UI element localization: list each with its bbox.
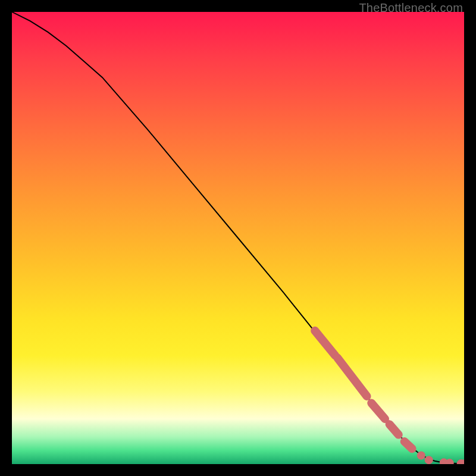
data-marker xyxy=(425,456,433,464)
chart-frame: TheBottleneck.com xyxy=(0,0,476,476)
highlight-segment xyxy=(405,441,412,449)
highlight-segment xyxy=(371,403,385,419)
highlight-segments xyxy=(315,331,412,449)
highlight-segment xyxy=(337,358,367,396)
data-markers xyxy=(417,452,464,464)
chart-plot-area xyxy=(12,12,464,464)
chart-svg xyxy=(12,12,464,464)
highlight-segment xyxy=(315,331,335,356)
curve-line xyxy=(12,12,464,464)
data-marker xyxy=(417,452,425,460)
highlight-segment xyxy=(390,424,399,434)
